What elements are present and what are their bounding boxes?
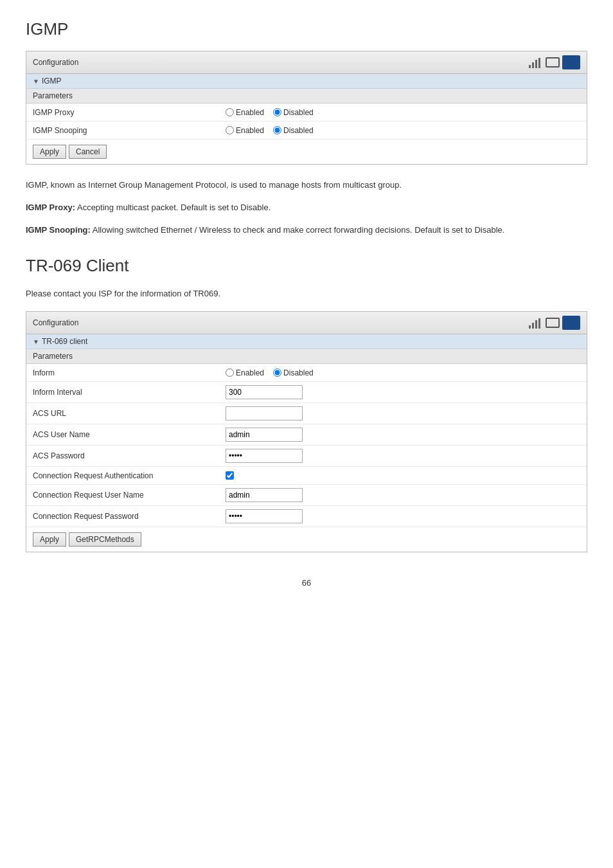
conn-req-auth-checkbox[interactable] bbox=[226, 471, 234, 480]
tr069-config-header: Configuration bbox=[26, 312, 587, 334]
acs-password-input[interactable] bbox=[226, 449, 303, 463]
conn-req-auth-value bbox=[226, 471, 580, 480]
tr069-header-icons bbox=[529, 316, 580, 330]
tr069-signal-bars-icon bbox=[529, 317, 540, 329]
igmp-proxy-disabled-label[interactable]: Disabled bbox=[273, 108, 314, 117]
igmp-title: IGMP bbox=[26, 19, 587, 39]
acs-url-row: ACS URL bbox=[26, 403, 587, 424]
acs-username-label: ACS User Name bbox=[33, 430, 226, 439]
igmp-snooping-enabled-text: Enabled bbox=[236, 126, 264, 135]
inform-label: Inform bbox=[33, 368, 226, 377]
inform-enabled-text: Enabled bbox=[236, 368, 264, 377]
igmp-config-panel: Configuration IGMP Parameters IGMP Proxy bbox=[26, 51, 587, 165]
conn-req-password-value bbox=[226, 509, 580, 523]
inform-value: Enabled Disabled bbox=[226, 368, 580, 377]
igmp-section-label: IGMP bbox=[42, 77, 62, 86]
inform-row: Inform Enabled Disabled bbox=[26, 364, 587, 382]
igmp-params-header: Parameters bbox=[26, 89, 587, 104]
igmp-description-3: IGMP Snooping: Allowing switched Etherne… bbox=[26, 224, 587, 237]
inform-disabled-label[interactable]: Disabled bbox=[273, 368, 314, 377]
igmp-config-header: Configuration bbox=[26, 51, 587, 74]
conn-req-username-input[interactable] bbox=[226, 488, 303, 502]
conn-req-username-value bbox=[226, 488, 580, 502]
acs-username-input[interactable] bbox=[226, 428, 303, 442]
igmp-proxy-enabled-radio[interactable] bbox=[226, 108, 234, 116]
igmp-description-1: IGMP, known as Internet Group Management… bbox=[26, 179, 587, 192]
tr069-buttons-row: Apply GetRPCMethods bbox=[26, 527, 587, 552]
igmp-proxy-value: Enabled Disabled bbox=[226, 108, 580, 117]
inform-interval-label: Inform Interval bbox=[33, 388, 226, 397]
acs-username-row: ACS User Name bbox=[26, 424, 587, 446]
inform-interval-input[interactable] bbox=[226, 385, 303, 399]
igmp-section-row: IGMP bbox=[26, 74, 587, 89]
tr069-section-row: TR-069 client bbox=[26, 334, 587, 349]
igmp-proxy-enabled-text: Enabled bbox=[236, 108, 264, 117]
conn-req-password-label: Connection Request Password bbox=[33, 512, 226, 521]
tr069-bar1 bbox=[529, 325, 531, 329]
inform-disabled-radio[interactable] bbox=[273, 368, 281, 377]
igmp-proxy-enabled-label[interactable]: Enabled bbox=[226, 108, 264, 117]
igmp-description-2: IGMP Proxy: Accepting multicast packet. … bbox=[26, 201, 587, 215]
igmp-config-header-title: Configuration bbox=[33, 58, 78, 67]
inform-enabled-label[interactable]: Enabled bbox=[226, 368, 264, 377]
acs-url-label: ACS URL bbox=[33, 409, 226, 418]
bar1 bbox=[529, 65, 531, 68]
tr069-bar2 bbox=[532, 323, 534, 329]
tr069-getrpcmethods-button[interactable]: GetRPCMethods bbox=[69, 532, 141, 547]
igmp-snooping-disabled-radio[interactable] bbox=[273, 126, 281, 134]
igmp-snooping-enabled-radio[interactable] bbox=[226, 126, 234, 134]
igmp-config-body: IGMP Parameters IGMP Proxy Enabled Disab… bbox=[26, 74, 587, 164]
acs-url-value bbox=[226, 406, 580, 420]
inform-radio-group: Enabled Disabled bbox=[226, 368, 314, 377]
bar4 bbox=[538, 58, 540, 68]
tr069-section-label: TR-069 client bbox=[42, 337, 87, 346]
tr069-title: TR-069 Client bbox=[26, 256, 587, 276]
igmp-snooping-enabled-label[interactable]: Enabled bbox=[226, 126, 264, 135]
tr069-intro: Please contact you ISP for the informati… bbox=[26, 287, 587, 301]
igmp-cancel-button[interactable]: Cancel bbox=[69, 145, 107, 159]
igmp-proxy-disabled-radio[interactable] bbox=[273, 108, 281, 116]
signal-bars-icon bbox=[529, 57, 540, 68]
conn-req-password-input[interactable] bbox=[226, 509, 303, 523]
acs-url-input[interactable] bbox=[226, 406, 303, 420]
computer-icon bbox=[546, 57, 560, 68]
tr069-bar4 bbox=[538, 318, 540, 329]
acs-username-value bbox=[226, 428, 580, 442]
tr069-bar3 bbox=[535, 320, 537, 329]
acs-password-value bbox=[226, 449, 580, 463]
conn-req-auth-row: Connection Request Authentication bbox=[26, 467, 587, 485]
tr069-config-panel: Configuration TR-069 client Parameters I… bbox=[26, 311, 587, 552]
igmp-snooping-row: IGMP Snooping Enabled Disabled bbox=[26, 122, 587, 140]
igmp-apply-button[interactable]: Apply bbox=[33, 145, 66, 159]
inform-enabled-radio[interactable] bbox=[226, 368, 234, 377]
blue-square-icon bbox=[562, 55, 580, 69]
acs-password-row: ACS Password bbox=[26, 446, 587, 467]
conn-req-password-row: Connection Request Password bbox=[26, 506, 587, 527]
igmp-snooping-disabled-text: Disabled bbox=[283, 126, 314, 135]
acs-password-label: ACS Password bbox=[33, 451, 226, 460]
inform-interval-value bbox=[226, 385, 580, 399]
inform-interval-row: Inform Interval bbox=[26, 382, 587, 403]
tr069-computer-icon bbox=[546, 318, 560, 328]
tr069-params-header: Parameters bbox=[26, 349, 587, 364]
igmp-snooping-label: IGMP Snooping bbox=[33, 126, 226, 135]
tr069-config-body: TR-069 client Parameters Inform Enabled … bbox=[26, 334, 587, 552]
tr069-apply-button[interactable]: Apply bbox=[33, 532, 66, 547]
tr069-blue-square-icon bbox=[562, 316, 580, 330]
page-number: 66 bbox=[26, 578, 587, 588]
igmp-proxy-disabled-text: Disabled bbox=[283, 108, 314, 117]
igmp-snooping-value: Enabled Disabled bbox=[226, 126, 580, 135]
igmp-proxy-radio-group: Enabled Disabled bbox=[226, 108, 314, 117]
tr069-config-header-title: Configuration bbox=[33, 318, 78, 327]
conn-req-username-row: Connection Request User Name bbox=[26, 485, 587, 506]
inform-disabled-text: Disabled bbox=[283, 368, 314, 377]
bar3 bbox=[535, 60, 537, 68]
conn-req-auth-label: Connection Request Authentication bbox=[33, 471, 226, 480]
igmp-buttons-row: Apply Cancel bbox=[26, 140, 587, 164]
igmp-proxy-label: IGMP Proxy bbox=[33, 108, 226, 117]
igmp-proxy-row: IGMP Proxy Enabled Disabled bbox=[26, 104, 587, 122]
bar2 bbox=[532, 62, 534, 68]
conn-req-username-label: Connection Request User Name bbox=[33, 491, 226, 500]
igmp-snooping-disabled-label[interactable]: Disabled bbox=[273, 126, 314, 135]
igmp-header-icons bbox=[529, 55, 580, 69]
